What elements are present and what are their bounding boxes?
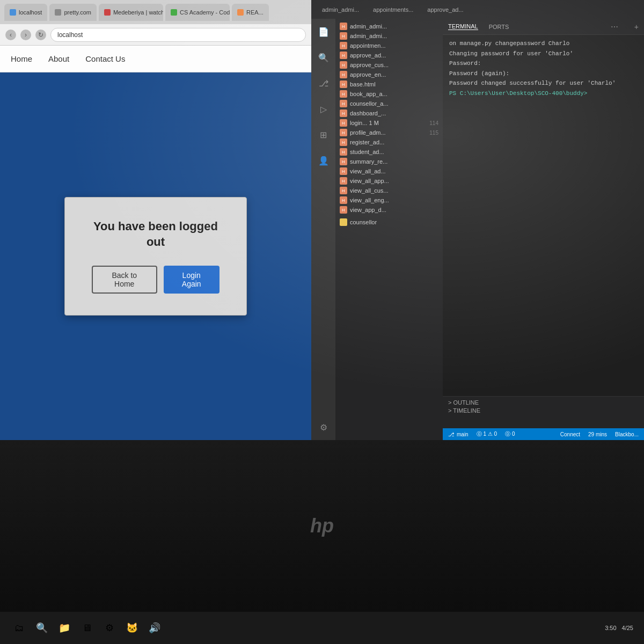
hp-logo: hp: [310, 515, 334, 537]
terminal-tab-ports[interactable]: PORTS: [489, 24, 509, 30]
browser-tab-localhost[interactable]: localhost: [4, 4, 47, 21]
html-file-icon-5: H: [340, 61, 347, 69]
file-item-view-all-ad[interactable]: H view_all_ad...: [335, 166, 443, 176]
file-item-appt[interactable]: H appointmen...: [335, 41, 443, 50]
forward-nav-btn[interactable]: ›: [20, 30, 31, 40]
vscode-panel: admin_admi... appointments... approve_ad…: [311, 0, 644, 440]
taskbar-search-icon[interactable]: 🔍: [33, 619, 50, 636]
status-errors: ⓪ 1 ⚠ 0: [477, 430, 497, 438]
nav-home[interactable]: Home: [11, 54, 32, 63]
file-item-approve-en[interactable]: H approve_en...: [335, 70, 443, 79]
browser-tab-cs-academy[interactable]: CS Academy - Code: [165, 4, 230, 21]
terminal-line-2: Changing password for user 'Charlo': [449, 49, 638, 58]
browser-tab-medeberiya[interactable]: Medeberiya | watch...: [99, 4, 163, 21]
file-item-approve-ad[interactable]: H approve_ad...: [335, 50, 443, 60]
laptop-frame: localhost pretty.com Medeberiya | watch.…: [0, 0, 644, 644]
terminal-tab-terminal[interactable]: TERMINAL: [448, 23, 478, 30]
terminal-line-5: Password changed successfully for user '…: [449, 79, 638, 88]
file-item-book[interactable]: H book_app_a...: [335, 89, 443, 99]
file-item-admin1[interactable]: H admin_admi...: [335, 21, 443, 31]
refresh-btn[interactable]: ↻: [35, 30, 46, 40]
browser-tab-rea[interactable]: REA...: [232, 4, 269, 21]
file-item-view-all-cus[interactable]: H view_all_cus...: [335, 186, 443, 195]
taskbar-screen-icon[interactable]: 🖥: [78, 619, 96, 636]
taskbar-github-icon[interactable]: 🐱: [123, 619, 141, 636]
file-item-profile[interactable]: H profile_adm... 115: [335, 128, 443, 137]
tab-favicon-4: [171, 9, 177, 16]
vscode-tab-2[interactable]: appointments...: [367, 4, 420, 15]
html-file-icon-16: H: [340, 167, 347, 175]
terminal-line-3: Password:: [449, 59, 638, 68]
vscode-tab-1[interactable]: admin_admi...: [316, 4, 365, 15]
html-file-icon-3: H: [340, 42, 347, 49]
status-connected: Connect: [560, 431, 580, 437]
html-file-icon-17: H: [340, 177, 347, 185]
status-blackbox: Blackbo...: [615, 431, 639, 437]
address-input[interactable]: localhost: [50, 28, 306, 42]
site-content: You have been logged out Back to Home Lo…: [0, 72, 311, 440]
explorer-icon[interactable]: 📄: [316, 24, 331, 39]
html-file-icon-2: H: [340, 32, 347, 40]
taskbar-left: 🗂 🔍 📁 🖥 ⚙ 🐱 🔊: [11, 619, 163, 636]
folder-counsellor[interactable]: counsellor: [335, 217, 443, 227]
search-icon[interactable]: 🔍: [316, 50, 331, 65]
file-item-register[interactable]: H register_ad...: [335, 137, 443, 147]
browser-left: localhost pretty.com Medeberiya | watch.…: [0, 0, 311, 440]
taskbar-windows-icon[interactable]: 🗂: [11, 619, 28, 636]
folder-icon: [340, 218, 347, 226]
html-file-icon-18: H: [340, 187, 347, 194]
nav-about[interactable]: About: [48, 54, 69, 63]
back-to-home-button[interactable]: Back to Home: [92, 266, 157, 294]
back-nav-btn[interactable]: ‹: [5, 30, 16, 40]
status-info: ⓪ 0: [505, 430, 515, 438]
taskbar-settings-icon[interactable]: ⚙: [101, 619, 118, 636]
vscode-tab-3[interactable]: approve_ad...: [421, 4, 470, 15]
file-item-admin2[interactable]: H admin_admi...: [335, 31, 443, 41]
timeline-label[interactable]: > TIMELINE: [448, 407, 639, 414]
terminal-line-4: Password (again):: [449, 69, 638, 78]
html-file-icon-14: H: [340, 148, 347, 156]
modal-buttons: Back to Home Login Again: [92, 266, 219, 294]
html-file-icon-6: H: [340, 71, 347, 78]
nav-contact[interactable]: Contact Us: [85, 54, 125, 63]
file-item-base[interactable]: H base.html: [335, 79, 443, 89]
file-item-view-all-app[interactable]: H view_all_app...: [335, 176, 443, 186]
html-file-icon-12: H: [340, 129, 347, 136]
terminal-add-icon[interactable]: +: [634, 23, 639, 31]
file-item-view-all-eng[interactable]: H view_all_eng...: [335, 195, 443, 205]
status-branch: ⎇ main: [448, 431, 469, 437]
taskbar-files-icon[interactable]: 📁: [56, 619, 73, 636]
taskbar-time: 3:50: [605, 625, 616, 631]
activity-bar: 📄 🔍 ⎇ ▷ ⊞ 👤 ⚙: [311, 19, 335, 440]
bottom-bezel: hp: [0, 440, 644, 612]
user-icon[interactable]: 👤: [316, 153, 331, 168]
file-item-student[interactable]: H student_ad...: [335, 147, 443, 157]
file-item-login[interactable]: H login... 1 M 114: [335, 118, 443, 128]
browser-tab-pretty[interactable]: pretty.com: [49, 4, 97, 21]
file-item-counsellor[interactable]: H counsellor_a...: [335, 99, 443, 108]
debug-icon[interactable]: ▷: [316, 101, 331, 116]
file-item-approve-cus[interactable]: H approve_cus...: [335, 60, 443, 70]
outline-label[interactable]: > OUTLINE: [448, 399, 639, 406]
file-item-view-app-d[interactable]: H view_app_d...: [335, 205, 443, 215]
git-icon[interactable]: ⎇: [316, 76, 331, 91]
file-item-dashboard[interactable]: H dashboard_...: [335, 108, 443, 118]
html-file-icon-10: H: [340, 109, 347, 117]
browser-tab-bar: localhost pretty.com Medeberiya | watch.…: [0, 0, 311, 24]
terminal-area: TERMINAL PORTS ⋯ + on manage.py changepa…: [443, 19, 644, 396]
extensions-icon[interactable]: ⊞: [316, 127, 331, 142]
vscode-layout: 📄 🔍 ⎇ ▷ ⊞ 👤 ⚙ H admin_admi... H: [311, 19, 644, 440]
vscode-main: TERMINAL PORTS ⋯ + on manage.py changepa…: [443, 19, 644, 440]
status-time: 29 mins: [588, 431, 607, 437]
tab-favicon: [10, 9, 16, 16]
file-item-summary[interactable]: H summary_re...: [335, 157, 443, 166]
html-file-icon: H: [340, 23, 347, 30]
login-again-button[interactable]: Login Again: [164, 266, 220, 294]
terminal-line-6: PS C:\Users\User\Desktop\SCO-400\buddy>: [449, 89, 638, 98]
logout-title: You have been logged out: [92, 219, 219, 250]
taskbar-volume-icon[interactable]: 🔊: [146, 619, 163, 636]
terminal-more-icon[interactable]: ⋯: [611, 23, 618, 31]
terminal-tabs: TERMINAL PORTS ⋯ +: [443, 19, 644, 35]
settings-icon[interactable]: ⚙: [316, 420, 331, 435]
html-file-icon-15: H: [340, 158, 347, 165]
